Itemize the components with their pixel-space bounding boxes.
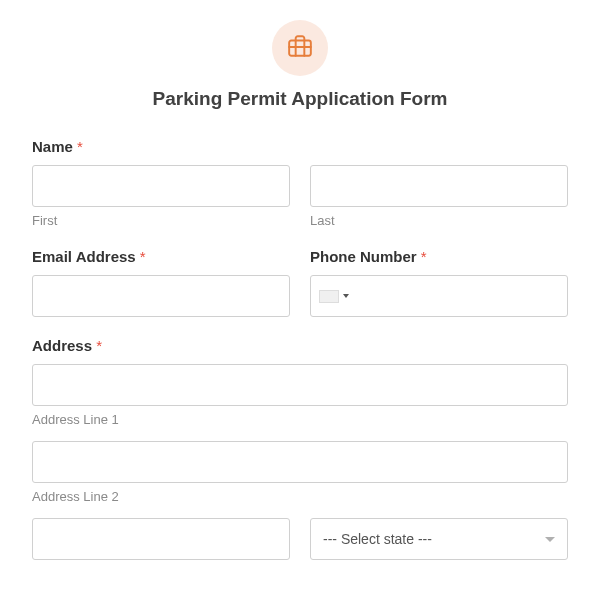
name-section: Name * First Last [32,138,568,228]
country-flag-icon[interactable] [319,290,339,303]
address-line1-input[interactable] [32,364,568,406]
briefcase-icon [287,33,313,63]
form-header-icon-circle [272,20,328,76]
address-line1-sublabel: Address Line 1 [32,412,568,427]
email-label-text: Email Address [32,248,136,265]
email-input[interactable] [32,275,290,317]
name-label-text: Name [32,138,73,155]
required-mark: * [140,248,146,265]
chevron-down-icon[interactable] [343,294,349,298]
phone-label-text: Phone Number [310,248,417,265]
phone-section: Phone Number * [310,248,568,317]
address-line2-sublabel: Address Line 2 [32,489,568,504]
email-section: Email Address * [32,248,290,317]
required-mark: * [77,138,83,155]
address-label: Address * [32,337,568,354]
phone-label: Phone Number * [310,248,568,265]
state-select[interactable]: --- Select state --- [310,518,568,560]
required-mark: * [96,337,102,354]
first-name-input[interactable] [32,165,290,207]
svg-rect-0 [289,41,311,56]
chevron-down-icon [545,537,555,542]
city-input[interactable] [32,518,290,560]
last-name-sublabel: Last [310,213,568,228]
email-label: Email Address * [32,248,290,265]
name-label: Name * [32,138,568,155]
last-name-input[interactable] [310,165,568,207]
first-name-sublabel: First [32,213,290,228]
form-title: Parking Permit Application Form [32,88,568,110]
address-line2-input[interactable] [32,441,568,483]
required-mark: * [421,248,427,265]
address-section: Address * Address Line 1 Address Line 2 … [32,337,568,560]
phone-input-wrap[interactable] [310,275,568,317]
address-label-text: Address [32,337,92,354]
state-select-placeholder: --- Select state --- [323,531,432,547]
